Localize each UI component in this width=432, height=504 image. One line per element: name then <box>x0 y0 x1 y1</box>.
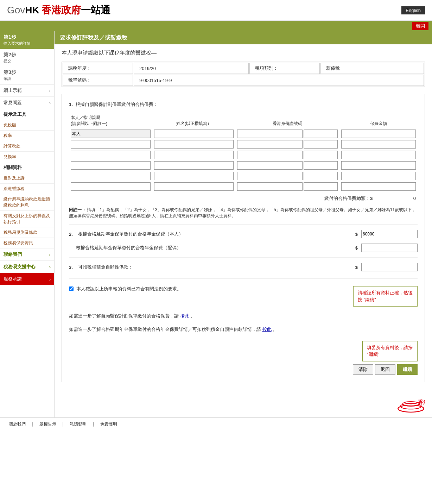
note2-suffix: 。 <box>273 327 277 332</box>
english-button[interactable]: English <box>401 6 425 14</box>
hkid-field-3a[interactable] <box>237 151 303 159</box>
premium-field-2[interactable] <box>341 140 416 149</box>
footer-privacy[interactable]: 私隱聲明 <box>70 422 87 427</box>
tooltip1: 請確認所有資料正確，然後 按 "繼續" <box>353 286 418 307</box>
logo: GovHK香港政府一站通 <box>7 4 110 17</box>
continue-button[interactable]: 繼續 <box>397 364 418 375</box>
faq-label: 常見問題 <box>4 100 22 106</box>
tax-year-label: 課稅年度： <box>63 63 133 74</box>
tooltip2: 填妥所有資料後，請按 "繼續" <box>362 341 418 361</box>
sidebar-item-pay-dispute[interactable]: 繳付所爭議的稅款及繼續繳稅款的利息 <box>0 194 54 211</box>
form-box: 1. 根據自願醫保計劃保單繳付的合格保費： 本人／指明親屬(請參閱以下附註一) … <box>62 94 425 382</box>
section3-input[interactable] <box>361 263 418 271</box>
info-table: 課稅年度： 2019/20 稅項類別： 薪俸稅 稅單號碼： 9-0001515-… <box>62 62 425 87</box>
person-field-2[interactable] <box>71 140 151 149</box>
confirm-checkbox[interactable] <box>69 286 74 291</box>
sidebar-item-objection[interactable]: 反對及上訴 <box>0 173 54 184</box>
name-field-1[interactable] <box>154 130 234 138</box>
sidebar-item-tax-rate[interactable]: 稅率 <box>0 131 54 141</box>
hkid-field-6a[interactable] <box>237 182 303 191</box>
premium-field-5[interactable] <box>341 172 416 180</box>
tooltip1-line2: 按 "繼續" <box>358 296 413 303</box>
section3-text: 可扣稅強積金自願性供款： <box>78 264 133 270</box>
sidebar-item-online-demo[interactable]: 網上示範 › <box>0 84 54 97</box>
person-field-3[interactable] <box>71 151 151 159</box>
hkid-field-2b[interactable] <box>304 140 338 149</box>
premium-field-4[interactable] <box>341 161 416 170</box>
note1-suffix: 。 <box>190 313 195 319</box>
step3-item[interactable]: 第3步 確認 <box>0 67 54 84</box>
arrow-icon: › <box>49 100 51 106</box>
name-field-5[interactable] <box>154 172 234 180</box>
note2-prefix: 如需進一步了解合格延期年金保單繳付的合格年金保費詳情／可扣稅強積金自願性供款詳情… <box>69 327 261 332</box>
sidebar-item-services[interactable]: 服務承諾 › <box>0 273 54 285</box>
sidebar-item-faq[interactable]: 常見問題 › <box>0 97 54 109</box>
name-field-4[interactable] <box>154 161 234 170</box>
step3-number: 第3步 <box>4 69 51 76</box>
section1-text: 根據自願醫保計劃保單繳付的合格保費： <box>76 102 158 107</box>
back-button[interactable]: 返回 <box>375 364 395 375</box>
section2: 2. 根據合格延期年金保單繳付的合格年金保費（本人） $ 根據合格延期年金保單繳… <box>69 230 418 252</box>
sidebar-item-tax-easy-security[interactable]: 稅務易保安資訊 <box>0 238 54 248</box>
form-content: 本人現申請緩繳以下課稅年度的暫繳稅— 課稅年度： 2019/20 稅項類別： 薪… <box>55 44 432 393</box>
name-field-3[interactable] <box>154 151 234 159</box>
person-field-4[interactable] <box>71 161 151 170</box>
hkid-field-4a[interactable] <box>237 161 303 170</box>
section2-num: 2. <box>69 232 73 237</box>
section3-num: 3. <box>69 265 73 270</box>
table-row <box>69 181 418 192</box>
logo-gov: Gov <box>7 5 25 15</box>
support-label: 稅務易支援中心 <box>4 264 36 270</box>
sidebar-item-objection-guide[interactable]: 有關反對及上訴的釋義及執行指引 <box>0 211 54 227</box>
note1-link[interactable]: 按此 <box>180 313 189 319</box>
hkid-field-4b[interactable] <box>304 161 338 170</box>
section2-input1[interactable] <box>361 230 418 238</box>
footer-links: 關於我們 ｜ 版權告示 ｜ 私隱聲明 ｜ 免責聲明 <box>7 421 119 427</box>
footer-about[interactable]: 關於我們 <box>9 422 26 427</box>
sidebar-item-support[interactable]: 稅務易支援中心 › <box>0 261 54 273</box>
bottom-row: 填妥所有資料後，請按 "繼續" 清除 返回 繼續 <box>69 341 418 375</box>
step1-item[interactable]: 第1步 輸入要求的詳情 <box>0 31 54 49</box>
section2-row1: 2. 根據合格延期年金保單繳付的合格年金保費（本人） $ <box>69 230 418 238</box>
arrow-icon: › <box>49 252 51 257</box>
sidebar-item-defer-tax[interactable]: 緩繳暫繳稅 <box>0 184 54 194</box>
sidebar-item-exchange[interactable]: 兌換率 <box>0 152 54 162</box>
logout-button[interactable]: 離開 <box>412 22 428 30</box>
section1-num: 1. <box>69 102 73 107</box>
name-field-6[interactable] <box>154 182 234 191</box>
top-bar: 離開 <box>0 21 432 31</box>
hkid-field-2a[interactable] <box>237 140 303 149</box>
person-field-6[interactable] <box>71 182 151 191</box>
premium-field-6[interactable] <box>341 182 416 191</box>
services-label: 服務承諾 <box>4 276 22 282</box>
step2-item[interactable]: 第2步 提交 <box>0 49 54 67</box>
table-row <box>69 150 418 160</box>
clear-button[interactable]: 清除 <box>353 364 373 375</box>
footer-copyright[interactable]: 版權告示 <box>39 422 56 427</box>
person-field-5[interactable] <box>71 172 151 180</box>
insurance-table-container: 本人／指明親屬(請參閱以下附註一) 姓名(以正楷填寫） 香港身份證號碼 保費金額 <box>69 113 418 192</box>
hkid-field-5b[interactable] <box>304 172 338 180</box>
dollar-sign2: $ <box>355 245 358 251</box>
premium-field-3[interactable] <box>341 151 416 159</box>
hkid-field-3b[interactable] <box>304 151 338 159</box>
step1-desc: 輸入要求的詳情 <box>4 41 51 46</box>
footer-disclaimer[interactable]: 免責聲明 <box>100 422 117 427</box>
sidebar-item-tax-easy[interactable]: 稅務易規則及條款 <box>0 227 54 238</box>
table-row <box>69 139 418 150</box>
premium-field-1[interactable] <box>341 130 416 138</box>
name-field-2[interactable] <box>154 140 234 149</box>
sidebar-item-tax-free[interactable]: 免稅額 <box>0 120 54 131</box>
section2-input2[interactable] <box>361 244 418 252</box>
header: GovHK香港政府一站通 English <box>0 0 432 21</box>
hkid-field-1b[interactable] <box>304 130 338 138</box>
section2-text1: 根據合格延期年金保單繳付的合格年金保費（本人） <box>78 231 183 237</box>
sidebar-item-calc-tax[interactable]: 計算稅款 <box>0 141 54 152</box>
hkid-field-1a[interactable] <box>237 130 303 138</box>
footer-sep2: ｜ <box>61 422 65 427</box>
hkid-field-5a[interactable] <box>237 172 303 180</box>
sidebar-item-contact[interactable]: 聯絡我們 › <box>0 248 54 261</box>
hkid-field-6b[interactable] <box>304 182 338 191</box>
note1-prefix: 如需進一步了解自願醫保計劃保單繳付的合格保費，請 <box>69 313 179 319</box>
note2-link[interactable]: 按此 <box>262 327 272 332</box>
